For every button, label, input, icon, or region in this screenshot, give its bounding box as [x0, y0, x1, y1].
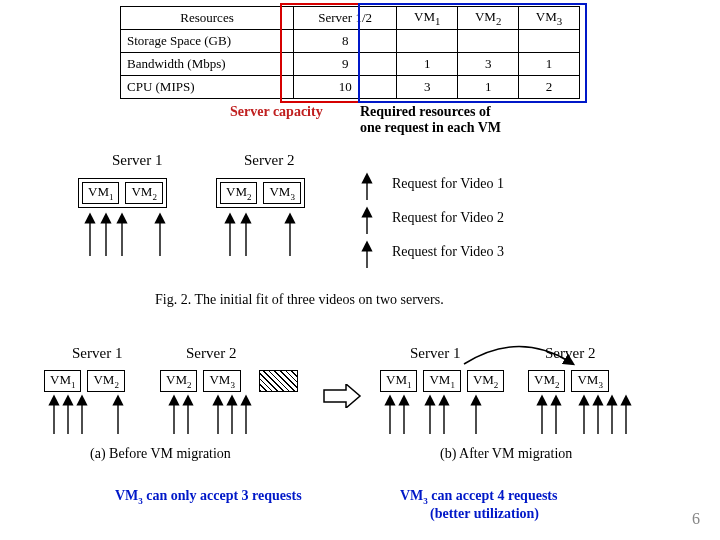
fig2-server1-box: VM1 VM2 [78, 178, 167, 208]
row-cpu-vm2: 1 [458, 76, 519, 99]
row-storage-vm2 [458, 30, 519, 53]
req-video2: Request for Video 2 [392, 210, 504, 226]
row-cpu-vm3: 2 [519, 76, 580, 99]
pb-arrows [376, 392, 646, 442]
row-bw-label: Bandwidth (Mbps) [121, 53, 294, 76]
vm-box: VM3 [263, 182, 300, 204]
fig2-caption: Fig. 2. The initial fit of three videos … [155, 292, 444, 308]
th-vm1: VM1 [397, 7, 458, 30]
fig2-server2-title: Server 2 [244, 152, 294, 169]
row-storage-server: 8 [294, 30, 397, 53]
panel-b-label: (b) After VM migration [440, 446, 572, 462]
pa-server2-title: Server 2 [186, 345, 236, 362]
note-b: VM3 can accept 4 requests (better utiliz… [400, 488, 557, 522]
resource-table: Resources Server 1/2 VM1 VM2 VM3 Storage… [120, 6, 580, 99]
vm-box: VM3 [203, 370, 240, 392]
fig2-server2-box: VM2 VM3 [216, 178, 305, 208]
panel-a-label: (a) Before VM migration [90, 446, 231, 462]
fig2-request-arrows [352, 170, 382, 280]
required-resources-label: Required resources of one request in eac… [360, 104, 501, 136]
row-cpu-vm1: 3 [397, 76, 458, 99]
pa-arrows [40, 392, 330, 442]
th-server: Server 1/2 [294, 7, 397, 30]
row-cpu-server: 10 [294, 76, 397, 99]
vm-box: VM3 [571, 370, 608, 392]
pb-server1-vms: VM1 VM1 VM2 [380, 370, 504, 392]
row-bw-vm3: 1 [519, 53, 580, 76]
row-storage-vm1 [397, 30, 458, 53]
vm-box: VM2 [160, 370, 197, 392]
row-cpu-label: CPU (MIPS) [121, 76, 294, 99]
migrate-arrow-icon [322, 384, 362, 408]
pa-server2-vms: VM2 VM3 VM3 [160, 370, 298, 392]
vm-box: VM1 [423, 370, 460, 392]
vm-box: VM2 [87, 370, 124, 392]
vm-box: VM2 [528, 370, 565, 392]
pa-server1-vms: VM1 VM2 [44, 370, 125, 392]
fig2-under-arrows [70, 208, 330, 278]
row-storage-label: Storage Space (GB) [121, 30, 294, 53]
vm-box: VM2 [125, 182, 162, 204]
row-storage-vm3 [519, 30, 580, 53]
pa-server1-title: Server 1 [72, 345, 122, 362]
req-video1: Request for Video 1 [392, 176, 504, 192]
req-video3: Request for Video 3 [392, 244, 504, 260]
vm-box-free: VM3 [259, 370, 298, 392]
pb-server1-title: Server 1 [410, 345, 460, 362]
th-resources: Resources [121, 7, 294, 30]
row-bw-vm1: 1 [397, 53, 458, 76]
th-vm3: VM3 [519, 7, 580, 30]
vm-box: VM1 [44, 370, 81, 392]
row-bw-vm2: 3 [458, 53, 519, 76]
fig2-server1-title: Server 1 [112, 152, 162, 169]
server-capacity-label: Server capacity [230, 104, 323, 120]
vm-box: VM2 [220, 182, 257, 204]
vm-box: VM1 [380, 370, 417, 392]
vm-box: VM1 [82, 182, 119, 204]
row-bw-server: 9 [294, 53, 397, 76]
vm-box: VM2 [467, 370, 504, 392]
note-a: VM3 can only accept 3 requests [115, 488, 302, 506]
page-number: 6 [692, 510, 700, 528]
curved-arrow-icon [458, 340, 578, 370]
pb-server2-vms: VM2 VM3 [528, 370, 609, 392]
th-vm2: VM2 [458, 7, 519, 30]
